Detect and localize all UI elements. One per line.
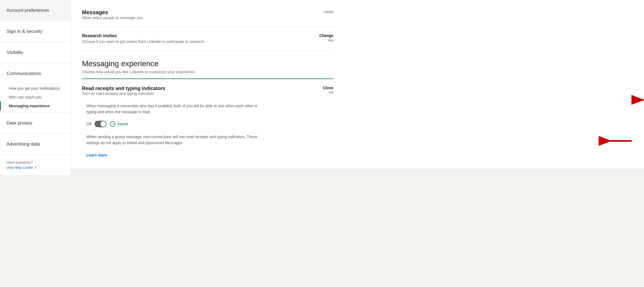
sidebar: Account preferences Sign in & security V… [0, 0, 71, 175]
research-invites-left: Research invites Choose if you want to g… [82, 33, 311, 44]
sidebar-sub-item-who-can-reach[interactable]: Who can reach you [0, 93, 71, 102]
sidebar-item-data-privacy[interactable]: Data privacy [0, 113, 71, 134]
messaging-experience-header: Messaging experience Choose how would yo… [82, 51, 333, 79]
read-receipts-desc: Turn on read receipts and typing indicat… [82, 91, 165, 96]
content-area: Messages Allow select people to message … [71, 0, 344, 169]
toggle-knob [101, 121, 106, 127]
sidebar-help: Have questions? Visit Help Center ↗ [0, 155, 71, 175]
messages-title: Messages [82, 9, 311, 16]
sidebar-item-communications[interactable]: Communications [0, 63, 71, 84]
research-invites-desc: Choose if you want to get invites from L… [82, 39, 311, 44]
sidebar-section-communications: Communications How you get your notifica… [0, 63, 71, 113]
research-invites-title: Research invites [82, 33, 311, 38]
read-receipts-action-area: Close Off [311, 86, 333, 95]
research-invites-item: Research invites Choose if you want to g… [82, 27, 333, 51]
toggle-off-text: Off [86, 122, 91, 126]
sidebar-section-visibility: Visibility [0, 42, 71, 63]
sidebar-help-link[interactable]: Visit Help Center ↗ [7, 166, 64, 170]
sidebar-item-account-preferences[interactable]: Account preferences [0, 0, 71, 21]
toggle-row: Off ✓ Saved [86, 121, 333, 127]
sidebar-section-account-preferences: Account preferences [0, 0, 71, 21]
read-receipts-section: Read receipts and typing indicators Turn… [82, 79, 333, 158]
read-receipts-body: When messaging a connection who has it e… [82, 103, 333, 158]
read-receipts-body-text: When messaging a connection who has it e… [86, 103, 261, 115]
read-receipts-title: Read receipts and typing indicators [82, 86, 165, 91]
read-receipts-toggle[interactable] [95, 121, 107, 127]
read-receipts-header: Read receipts and typing indicators Turn… [82, 86, 333, 101]
group-message-text: When sending a group message, non-connec… [86, 134, 261, 146]
messages-value: InMail [311, 10, 333, 14]
sidebar-item-advertising-data[interactable]: Advertising data [0, 134, 71, 155]
research-invites-value: Yes [311, 38, 333, 42]
learn-more-link[interactable]: Learn more [86, 153, 107, 157]
sidebar-item-visibility[interactable]: Visibility [0, 42, 71, 63]
saved-indicator: ✓ Saved [110, 121, 128, 127]
sidebar-section-sign-in: Sign in & security [0, 21, 71, 42]
messages-desc: Allow select people to message you [82, 16, 311, 20]
sidebar-section-advertising: Advertising data [0, 134, 71, 155]
saved-label: Saved [117, 122, 128, 126]
visit-help-center-label: Visit Help Center [7, 166, 33, 170]
sidebar-section-data-privacy: Data privacy [0, 113, 71, 134]
main-content-wrapper: Messages Allow select people to message … [71, 0, 644, 287]
messaging-experience-title: Messaging experience [82, 59, 333, 68]
messages-left: Messages Allow select people to message … [82, 9, 311, 20]
messages-section-item: Messages Allow select people to message … [82, 3, 333, 27]
sidebar-sub-item-messaging-experience[interactable]: Messaging experience [0, 102, 71, 110]
main-content: Messages Allow select people to message … [71, 0, 644, 169]
messages-right: InMail [311, 9, 333, 14]
read-receipts-left: Read receipts and typing indicators Turn… [82, 86, 165, 101]
messaging-experience-subtitle: Choose how would you like LinkedIn to cu… [82, 70, 333, 74]
sidebar-help-text: Have questions? [7, 160, 64, 164]
sidebar-sub-items-communications: How you get your notifications Who can r… [0, 84, 71, 112]
external-link-icon: ↗ [34, 166, 37, 169]
research-invites-right: Change Yes [311, 33, 333, 42]
sidebar-sub-item-how-notifications[interactable]: How you get your notifications [0, 84, 71, 93]
research-invites-change-button[interactable]: Change [311, 33, 333, 38]
saved-check-icon: ✓ [110, 121, 115, 127]
close-button[interactable]: Close [311, 86, 333, 90]
sidebar-item-sign-in-security[interactable]: Sign in & security [0, 21, 71, 42]
top-section: Messages Allow select people to message … [82, 0, 333, 51]
status-off-label: Off [311, 91, 333, 95]
